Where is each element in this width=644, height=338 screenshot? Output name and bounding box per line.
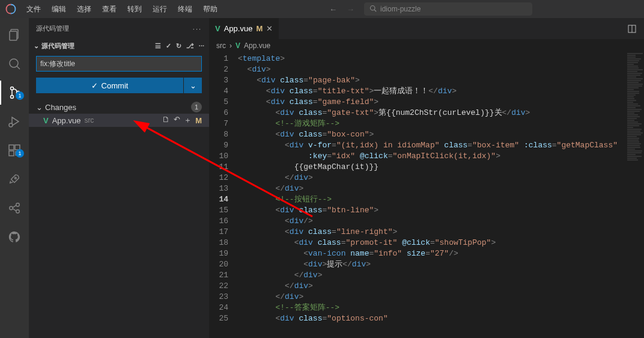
- scm-more-icon[interactable]: ···: [193, 25, 202, 32]
- scm-badge: 1: [16, 91, 24, 100]
- svg-line-1: [374, 10, 376, 11]
- activity-debug[interactable]: [0, 109, 29, 134]
- open-file-icon[interactable]: 🗋: [162, 115, 170, 126]
- chevron-down-icon: ⌄: [34, 42, 39, 50]
- svg-line-20: [13, 209, 16, 211]
- menu-bar: 文件编辑选择查看转到运行终端帮助: [22, 2, 222, 17]
- scm-branch-icon[interactable]: ⎇: [186, 42, 194, 50]
- menu-item[interactable]: 转到: [123, 2, 147, 17]
- svg-point-7: [11, 96, 14, 99]
- search-text: idiom-puzzle: [380, 5, 421, 13]
- nav-back-icon[interactable]: ←: [329, 5, 337, 14]
- chevron-down-icon: ⌄: [36, 103, 43, 112]
- svg-point-18: [16, 210, 20, 214]
- menu-item[interactable]: 终端: [173, 2, 197, 17]
- svg-rect-11: [9, 145, 14, 150]
- editor-pane: V App.vue M ✕ src › V App.vue 1234567891…: [209, 18, 644, 338]
- nav-forward-icon[interactable]: →: [347, 5, 354, 14]
- activity-bar: 1 1: [0, 18, 29, 338]
- scm-sidebar: 源代码管理 ··· ⌄ 源代码管理 ☰ ✓ ↻ ⎇ ··· ✓ Commit: [29, 18, 209, 338]
- line-gutter: 1234567891011121314151617181920212223242…: [209, 52, 238, 338]
- svg-point-0: [371, 5, 375, 10]
- svg-rect-3: [10, 31, 17, 40]
- search-box[interactable]: idiom-puzzle: [364, 2, 532, 16]
- changes-count-badge: 1: [191, 102, 202, 112]
- vue-file-icon: V: [215, 24, 220, 33]
- menu-item[interactable]: 查看: [97, 2, 121, 17]
- modified-badge: M: [195, 116, 202, 125]
- app-logo: [5, 3, 17, 15]
- scm-title: 源代码管理: [36, 24, 69, 33]
- menu-item[interactable]: 编辑: [47, 2, 71, 17]
- view-tree-icon[interactable]: ☰: [155, 42, 161, 50]
- activity-share[interactable]: [0, 196, 29, 220]
- commit-check-icon[interactable]: ✓: [166, 42, 171, 50]
- file-name: App.vue: [52, 116, 81, 125]
- editor-tabs: V App.vue M ✕: [209, 18, 644, 39]
- scm-section-label: 源代码管理: [41, 41, 74, 51]
- menu-item[interactable]: 文件: [22, 2, 46, 17]
- tab-filename: App.vue: [224, 24, 253, 33]
- svg-point-17: [16, 203, 20, 207]
- commit-dropdown[interactable]: ⌄: [184, 78, 202, 93]
- activity-scm[interactable]: 1: [0, 81, 29, 105]
- svg-point-15: [14, 177, 16, 179]
- minimap[interactable]: [626, 52, 644, 338]
- scm-section-more-icon[interactable]: ···: [199, 42, 204, 50]
- svg-point-6: [11, 87, 14, 90]
- refresh-icon[interactable]: ↻: [176, 42, 181, 50]
- chevron-right-icon: ›: [229, 41, 232, 50]
- close-icon[interactable]: ✕: [266, 24, 273, 33]
- code-content: <template> <div> <div class="page-bak"> …: [238, 52, 644, 338]
- svg-point-10: [9, 123, 13, 127]
- breadcrumb-file: App.vue: [244, 41, 270, 50]
- commit-button-label: Commit: [102, 81, 129, 90]
- check-icon: ✓: [91, 81, 98, 90]
- search-icon: [369, 5, 377, 14]
- svg-line-5: [17, 66, 20, 69]
- breadcrumb-folder: src: [216, 41, 226, 50]
- svg-point-16: [10, 206, 13, 210]
- activity-explorer[interactable]: [0, 23, 29, 47]
- svg-point-4: [10, 59, 18, 67]
- code-editor[interactable]: 1234567891011121314151617181920212223242…: [209, 52, 644, 338]
- svg-line-19: [13, 205, 16, 207]
- changes-label: Changes: [45, 103, 76, 112]
- activity-search[interactable]: [0, 52, 29, 76]
- stage-plus-icon[interactable]: ＋: [184, 115, 192, 126]
- svg-marker-9: [12, 117, 19, 126]
- activity-github[interactable]: [0, 225, 29, 249]
- vue-file-icon: V: [43, 116, 49, 125]
- editor-tab[interactable]: V App.vue M ✕: [209, 18, 279, 39]
- modified-badge: M: [256, 24, 263, 33]
- breadcrumb[interactable]: src › V App.vue: [209, 39, 644, 52]
- activity-extensions[interactable]: 1: [0, 138, 29, 162]
- commit-message-input[interactable]: [36, 56, 202, 72]
- activity-rocket[interactable]: [0, 167, 29, 191]
- scm-section-header[interactable]: ⌄ 源代码管理 ☰ ✓ ↻ ⎇ ···: [29, 39, 209, 52]
- titlebar: 文件编辑选择查看转到运行终端帮助 ← → idiom-puzzle: [0, 0, 644, 18]
- ext-badge: 1: [16, 149, 24, 158]
- chevron-down-icon: ⌄: [190, 81, 196, 90]
- vue-file-icon: V: [235, 41, 240, 50]
- menu-item[interactable]: 帮助: [198, 2, 222, 17]
- menu-item[interactable]: 运行: [148, 2, 172, 17]
- changed-file-row[interactable]: V App.vue src 🗋 ↶ ＋ M: [29, 114, 209, 127]
- changes-section-header[interactable]: ⌄ Changes 1: [29, 100, 209, 114]
- svg-rect-13: [9, 151, 14, 156]
- file-path: src: [84, 116, 94, 124]
- discard-icon[interactable]: ↶: [174, 115, 180, 126]
- menu-item[interactable]: 选择: [72, 2, 96, 17]
- editor-actions-icon[interactable]: [620, 18, 644, 39]
- commit-button[interactable]: ✓ Commit: [36, 78, 183, 93]
